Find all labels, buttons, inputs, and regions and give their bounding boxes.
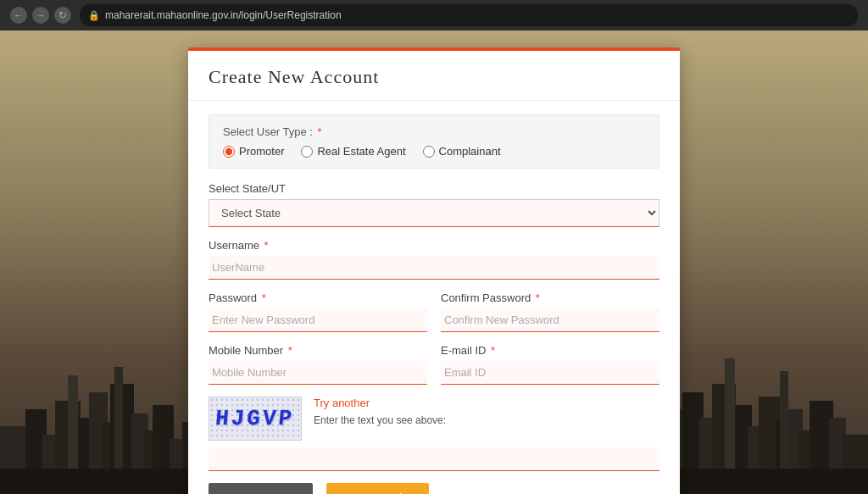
button-row: Create User Go to Login	[209, 483, 659, 494]
mobile-email-row: Mobile Number * E-mail ID *	[209, 344, 659, 385]
username-label: Username *	[209, 239, 659, 252]
mobile-label: Mobile Number *	[209, 344, 427, 357]
captcha-display-text: HJGVP	[214, 406, 296, 431]
user-type-section: Select User Type : * Promoter Real Estat…	[209, 114, 659, 169]
confirm-password-label: Confirm Password *	[441, 291, 659, 304]
user-type-radio-group: Promoter Real Estate Agent Complainant	[223, 145, 645, 158]
mobile-field-group: Mobile Number *	[209, 344, 427, 385]
lock-icon: 🔒	[88, 10, 100, 21]
radio-promoter[interactable]: Promoter	[223, 145, 284, 158]
address-bar[interactable]: 🔒 maharerait.mahaonline.gov.in/login/Use…	[80, 4, 858, 26]
go-to-login-button[interactable]: Go to Login	[326, 483, 428, 494]
email-field-group: E-mail ID *	[441, 344, 659, 385]
mobile-required: *	[288, 344, 292, 357]
password-row: Password * Confirm Password *	[209, 291, 659, 332]
captcha-section: HJGVP Try another Enter the text you see…	[209, 397, 659, 471]
radio-complainant-label: Complainant	[439, 145, 501, 158]
radio-complainant[interactable]: Complainant	[423, 145, 501, 158]
form-body: Select User Type : * Promoter Real Estat…	[188, 101, 680, 494]
url-text: maharerait.mahaonline.gov.in/login/UserR…	[105, 9, 342, 21]
password-label: Password *	[209, 291, 427, 304]
mobile-input[interactable]	[209, 361, 427, 385]
radio-real-estate-input[interactable]	[301, 146, 313, 158]
radio-promoter-label: Promoter	[239, 145, 284, 158]
browser-controls[interactable]: ← → ↻	[10, 7, 71, 24]
radio-promoter-input[interactable]	[223, 146, 235, 158]
radio-real-estate-label: Real Estate Agent	[317, 145, 405, 158]
captcha-box: HJGVP Try another Enter the text you see…	[209, 397, 659, 441]
password-required: *	[262, 291, 266, 304]
browser-chrome: ← → ↻ 🔒 maharerait.mahaonline.gov.in/log…	[0, 0, 868, 31]
state-field-group: Select State/UT Select State	[209, 182, 659, 227]
state-label: Select State/UT	[209, 182, 659, 195]
captcha-instruction: Enter the text you see above:	[314, 414, 446, 426]
username-input[interactable]	[209, 256, 659, 280]
radio-complainant-input[interactable]	[423, 146, 435, 158]
create-user-button[interactable]: Create User	[209, 483, 313, 494]
captcha-meta: Try another Enter the text you see above…	[314, 397, 659, 428]
captcha-image: HJGVP	[209, 397, 302, 441]
confirm-password-field-group: Confirm Password *	[441, 291, 659, 332]
form-title: Create New Account	[188, 51, 680, 101]
confirm-password-input[interactable]	[441, 308, 659, 332]
email-required: *	[491, 344, 495, 357]
user-type-label: Select User Type : *	[223, 125, 645, 138]
radio-real-estate[interactable]: Real Estate Agent	[301, 145, 405, 158]
form-wrapper: Create New Account Select User Type : * …	[0, 31, 868, 494]
back-button[interactable]: ←	[10, 7, 27, 24]
state-select[interactable]: Select State	[209, 199, 659, 227]
captcha-input[interactable]	[209, 447, 659, 471]
password-field-group: Password *	[209, 291, 427, 332]
user-type-required: *	[318, 125, 322, 138]
try-another-link[interactable]: Try another	[314, 397, 659, 409]
password-input[interactable]	[209, 308, 427, 332]
username-required: *	[264, 239, 269, 252]
confirm-password-required: *	[536, 291, 540, 304]
captcha-input-wrapper	[209, 447, 659, 471]
forward-button[interactable]: →	[32, 7, 49, 24]
username-field-group: Username *	[209, 239, 659, 280]
email-label: E-mail ID *	[441, 344, 659, 357]
reload-button[interactable]: ↻	[54, 7, 71, 24]
form-card: Create New Account Select User Type : * …	[188, 47, 680, 494]
email-input[interactable]	[441, 361, 659, 385]
